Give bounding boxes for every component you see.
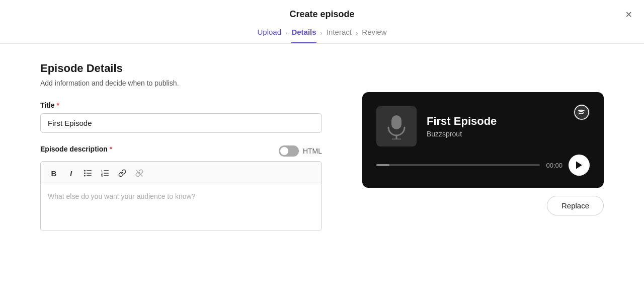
desc-required-star: * — [110, 145, 112, 153]
podcast-title: First Episode — [427, 115, 497, 128]
stepper-nav: Upload › Details › Interact › Review — [0, 28, 644, 43]
chevron-icon-2: › — [320, 29, 323, 37]
play-icon — [575, 161, 583, 170]
svg-rect-7 — [104, 170, 109, 171]
spotify-icon — [574, 104, 590, 120]
spotify-logo — [574, 104, 590, 122]
svg-rect-5 — [87, 175, 92, 176]
replace-button[interactable]: Replace — [547, 196, 604, 215]
ordered-list-button[interactable]: 1. 2. 3. — [97, 166, 113, 181]
title-label: Title * — [40, 101, 322, 109]
chevron-icon-1: › — [285, 29, 287, 37]
card-top: First Episode Buzzsprout — [376, 106, 497, 146]
progress-bar — [376, 164, 540, 166]
podcast-icon-wrap — [376, 106, 417, 146]
unlink-button[interactable] — [131, 166, 147, 181]
link-icon — [118, 169, 126, 177]
link-button[interactable] — [114, 166, 130, 181]
podcast-microphone-icon — [384, 113, 409, 139]
svg-point-4 — [84, 175, 86, 177]
title-input[interactable] — [40, 113, 322, 133]
step-review[interactable]: Review — [362, 28, 386, 43]
modal-header: Create episode Upload › Details › Intera… — [0, 0, 644, 44]
section-subtitle: Add information and decide when to publi… — [40, 79, 322, 87]
step-interact[interactable]: Interact — [327, 28, 352, 43]
podcast-author: Buzzsprout — [427, 130, 497, 138]
description-header: Episode description * HTML — [40, 145, 322, 157]
svg-rect-3 — [87, 173, 92, 174]
svg-rect-9 — [104, 173, 109, 174]
main-content: Episode Details Add information and deci… — [0, 44, 644, 246]
progress-bar-fill — [376, 164, 389, 166]
list-ul-icon — [84, 170, 92, 177]
form-column: Episode Details Add information and deci… — [40, 62, 322, 231]
svg-rect-1 — [87, 170, 92, 171]
editor-toolbar: B I 1. — [41, 162, 321, 185]
svg-text:3.: 3. — [101, 175, 104, 177]
preview-column: First Episode Buzzsprout — [352, 62, 604, 231]
title-required-star: * — [57, 101, 59, 109]
time-label: 00:00 — [546, 162, 562, 169]
svg-point-16 — [574, 104, 590, 120]
html-label: HTML — [303, 147, 322, 155]
unordered-list-button[interactable] — [80, 166, 96, 181]
svg-rect-13 — [391, 115, 401, 129]
bold-button[interactable]: B — [46, 166, 62, 181]
html-toggle-row: HTML — [279, 145, 322, 157]
description-label: Episode description * — [40, 145, 112, 153]
unlink-icon — [135, 169, 143, 177]
section-title: Episode Details — [40, 62, 322, 75]
close-button[interactable]: × — [625, 9, 632, 20]
podcast-preview-card: First Episode Buzzsprout — [362, 92, 604, 188]
italic-button[interactable]: I — [63, 166, 79, 181]
modal-title: Create episode — [0, 9, 644, 20]
svg-point-2 — [84, 173, 86, 174]
html-toggle[interactable] — [279, 145, 299, 157]
list-ol-icon: 1. 2. 3. — [101, 170, 109, 177]
toggle-slider — [279, 145, 299, 157]
svg-point-0 — [84, 170, 86, 172]
chevron-icon-3: › — [356, 29, 358, 37]
svg-rect-11 — [104, 175, 109, 176]
play-button[interactable] — [569, 155, 590, 176]
podcast-info: First Episode Buzzsprout — [427, 115, 497, 138]
step-upload[interactable]: Upload — [258, 28, 282, 43]
step-details[interactable]: Details — [291, 28, 316, 43]
description-input[interactable]: What else do you want your audience to k… — [41, 185, 321, 231]
card-bottom: 00:00 — [376, 155, 590, 176]
description-editor: B I 1. — [40, 161, 322, 231]
